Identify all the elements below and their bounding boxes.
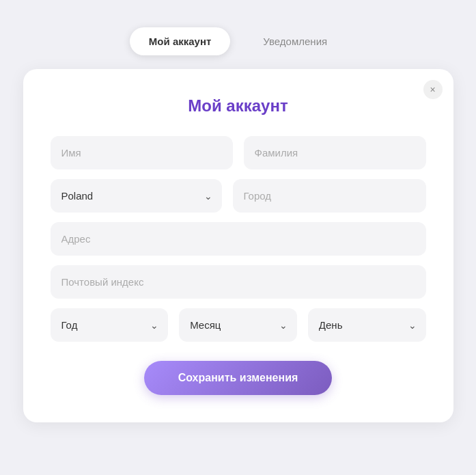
country-select[interactable]: Poland Germany France Ukraine [51, 179, 222, 213]
month-select-wrapper: Месяц 010203 ⌄ [179, 308, 297, 342]
day-select-wrapper: День 010203 ⌄ [308, 308, 426, 342]
month-select[interactable]: Месяц 010203 [179, 308, 297, 342]
first-name-input[interactable] [51, 136, 233, 169]
save-button[interactable]: Сохранить изменения [144, 361, 333, 395]
close-button[interactable]: × [423, 80, 443, 99]
day-select[interactable]: День 010203 [308, 308, 426, 342]
country-city-row: Poland Germany France Ukraine ⌄ [51, 179, 426, 213]
tab-notifications[interactable]: Уведомления [244, 27, 346, 55]
name-row [51, 136, 426, 169]
country-select-wrapper: Poland Germany France Ukraine ⌄ [51, 179, 222, 213]
tabs-container: Мой аккаунт Уведомления [130, 27, 346, 55]
year-select[interactable]: Год 200019991998 [51, 308, 169, 342]
date-row: Год 200019991998 ⌄ Месяц 010203 ⌄ День 0… [51, 308, 426, 342]
address-input[interactable] [51, 222, 426, 256]
account-card: × Мой аккаунт Poland Germany France Ukra… [23, 69, 453, 422]
tab-account[interactable]: Мой аккаунт [130, 27, 231, 55]
page-wrapper: Мой аккаунт Уведомления × Мой аккаунт Po… [14, 14, 462, 475]
year-select-wrapper: Год 200019991998 ⌄ [51, 308, 169, 342]
card-title: Мой аккаунт [51, 96, 426, 116]
last-name-input[interactable] [244, 136, 426, 169]
city-input[interactable] [233, 179, 426, 213]
postal-input[interactable] [51, 265, 426, 299]
